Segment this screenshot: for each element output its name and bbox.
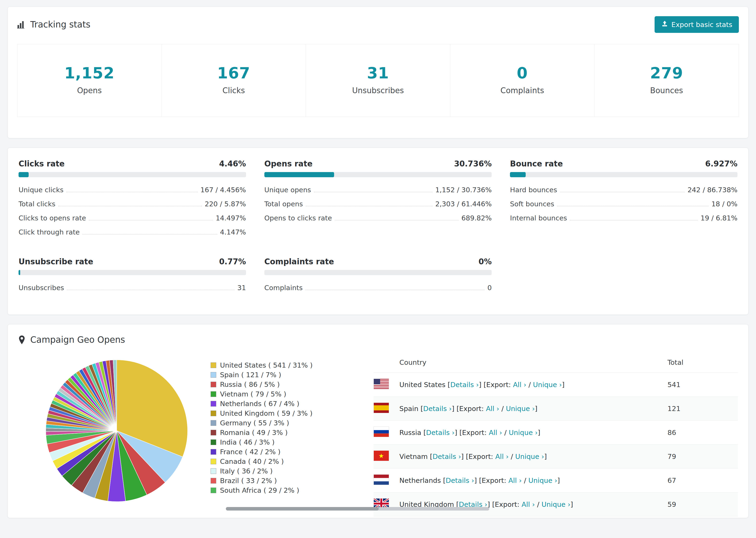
tracking-stats-card: Tracking stats Export basic stats 1,152O… [8,7,748,138]
legend-item-germany: Germany ( 55 / 3% ) [211,418,342,428]
rate-rows: Complaints0 [264,281,492,295]
legend-item-spain: Spain ( 121 / 7% ) [211,370,342,380]
rate-rows: Hard bounces242 / 86.738%Soft bounces18 … [510,183,737,225]
details-link-us[interactable]: Details › [450,381,479,389]
flag-cell [374,516,399,518]
rates-card: Clicks rate4.46%Unique clicks167 / 4.456… [8,148,748,315]
dotted-leader [89,220,213,220]
export-unique-link-vn[interactable]: Unique › [515,453,544,460]
geo-opens-card: Campaign Geo Opens United States ( 541 /… [8,324,748,518]
legend-item-vietnam: Vietnam ( 79 / 5% ) [211,389,342,399]
country-cell: Spain [Details ›] [Export: All › / Uniqu… [399,397,668,421]
rate-title: Bounce rate [510,159,563,168]
rate-value: 30.736% [454,159,492,168]
geo-opens-title: Campaign Geo Opens [18,335,738,345]
rate-title: Opens rate [264,159,312,168]
nl-flag-icon [374,474,389,485]
horizontal-scrollbar-thumb[interactable] [226,507,379,511]
legend-label: Russia ( 86 / 5% ) [220,381,280,389]
stat-value: 1,152 [17,64,162,82]
legend-item-netherlands: Netherlands ( 67 / 4% ) [211,399,342,408]
legend-swatch [211,439,216,445]
rate-block-unsubscribe-rate: Unsubscribe rate0.77%Unsubscribes31 [19,257,246,295]
flag-cell [374,493,399,516]
export-basic-stats-label: Export basic stats [672,21,732,28]
details-link-ru[interactable]: Details › [426,429,455,437]
stat-line-total-opens: Total opens2,303 / 61.446% [264,197,492,211]
geo-table-row-de: Germany [Details ›] [Export: All › / Uni… [374,516,738,518]
stat-line-internal-bounces: Internal bounces19 / 6.81% [510,211,737,225]
geo-table: Country Total United States [Details ›] … [374,352,738,518]
legend-swatch [211,362,216,368]
rate-rows: Unique opens1,152 / 30.736%Total opens2,… [264,183,492,225]
rate-value: 0.77% [219,257,246,266]
details-link-vn[interactable]: Details › [432,453,461,460]
geo-pie-wrap [44,358,189,518]
export-all-link-es[interactable]: All › [486,405,499,413]
stat-line-value: 0 [487,284,492,292]
rate-block-bounce-rate: Bounce rate6.927%Hard bounces242 / 86.73… [510,159,737,239]
legend-label: France ( 42 / 2% ) [220,448,281,456]
export-all-link-ru[interactable]: All › [489,429,502,437]
country-total: 86 [668,421,738,445]
geo-content: United States ( 541 / 31% )Spain ( 121 /… [18,351,738,518]
export-unique-link-gb[interactable]: Unique › [541,501,570,509]
legend-item-united-states: United States ( 541 / 31% ) [211,360,342,370]
dotted-leader [335,220,459,220]
export-unique-link-nl[interactable]: Unique › [528,476,557,484]
flag-cell [374,397,399,421]
rate-value: 6.927% [705,159,737,168]
geo-table-row-es: Spain [Details ›] [Export: All › / Uniqu… [374,397,738,421]
bar-chart-icon [17,21,26,28]
stat-line-label: Total clicks [19,200,55,208]
rate-block-complaints-rate: Complaints rate0%Complaints0 [264,257,492,295]
legend-item-russia: Russia ( 86 / 5% ) [211,380,342,389]
export-unique-link-us[interactable]: Unique › [533,381,562,389]
legend-swatch [211,488,216,493]
rates-grid: Clicks rate4.46%Unique clicks167 / 4.456… [19,159,737,295]
legend-item-france: France ( 42 / 2% ) [211,447,342,457]
progress-fill [19,270,20,275]
export-all-link-gb[interactable]: All › [521,501,535,509]
country-total: 59 [668,493,738,516]
export-unique-link-ru[interactable]: Unique › [509,429,538,437]
export-basic-stats-button[interactable]: Export basic stats [655,16,739,33]
stat-line-label: Clicks to opens rate [19,214,86,222]
export-all-link-vn[interactable]: All › [495,453,509,460]
details-link-nl[interactable]: Details › [446,476,474,484]
export-unique-link-es[interactable]: Unique › [506,405,535,413]
dotted-leader [58,206,202,206]
rate-value: 0% [478,257,492,266]
dotted-leader [67,290,235,290]
legend-swatch [211,478,216,484]
country-total: 67 [668,468,738,493]
legend-swatch [211,449,216,455]
stat-line-value: 14.497% [216,214,246,222]
rate-rows: Unsubscribes31 [19,281,246,295]
legend-item-south-africa: South Africa ( 29 / 2% ) [211,485,342,495]
stat-box-clicks: 167Clicks [162,44,306,117]
stat-line-value: 19 / 6.81% [701,214,737,222]
stat-line-click-through-rate: Click through rate4.147% [19,225,246,239]
details-link-es[interactable]: Details › [423,405,452,413]
stat-value: 0 [450,64,594,82]
legend-swatch [211,420,216,426]
legend-item-india: India ( 46 / 3% ) [211,437,342,447]
legend-swatch [211,372,216,378]
flag-cell [374,468,399,493]
rate-block-opens-rate: Opens rate30.736%Unique opens1,152 / 30.… [264,159,492,239]
legend-swatch [211,430,216,435]
dotted-leader [306,206,432,206]
stats-row: 1,152Opens167Clicks31Unsubscribes0Compla… [17,44,739,117]
stat-line-unique-opens: Unique opens1,152 / 30.736% [264,183,492,197]
stat-line-value: 689.82% [461,214,492,222]
stat-value: 279 [594,64,739,82]
legend-swatch [211,391,216,397]
horizontal-scrollbar[interactable] [226,507,489,511]
export-all-link-us[interactable]: All › [513,381,526,389]
export-all-link-nl[interactable]: All › [508,476,522,484]
country-cell: United States [Details ›] [Export: All ›… [399,373,668,397]
rate-title: Complaints rate [264,257,334,266]
progress-fill [510,172,526,177]
legend-item-canada: Canada ( 40 / 2% ) [211,457,342,466]
